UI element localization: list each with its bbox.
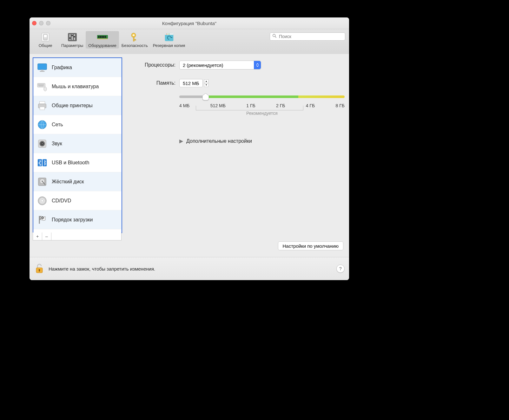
svg-rect-20 bbox=[134, 39, 136, 40]
add-device-button[interactable]: + bbox=[33, 233, 42, 240]
disc-icon bbox=[36, 195, 48, 207]
sliders-icon bbox=[67, 32, 78, 43]
tab-label: Оборудование bbox=[88, 43, 116, 48]
svg-rect-19 bbox=[133, 37, 134, 41]
memory-value[interactable]: 512 МБ bbox=[179, 79, 203, 87]
svg-rect-60 bbox=[41, 217, 42, 218]
sidebar-item-label: CD/DVD bbox=[52, 198, 71, 204]
svg-rect-39 bbox=[38, 85, 44, 85]
sidebar-item-label: Графика bbox=[52, 65, 72, 70]
svg-point-49 bbox=[42, 143, 43, 144]
keyboard-mouse-icon bbox=[36, 81, 48, 92]
svg-rect-2 bbox=[44, 35, 47, 37]
svg-rect-29 bbox=[41, 69, 43, 71]
svg-line-27 bbox=[275, 36, 276, 38]
sidebar-item-graphics[interactable]: Графика bbox=[33, 58, 122, 77]
printer-icon bbox=[36, 100, 48, 111]
search-input[interactable] bbox=[278, 34, 343, 39]
svg-rect-42 bbox=[40, 101, 45, 104]
svg-rect-12 bbox=[100, 36, 101, 38]
svg-rect-36 bbox=[42, 84, 42, 84]
svg-rect-11 bbox=[98, 36, 99, 38]
lock-message: Нажмите на замок, чтобы запретить измене… bbox=[49, 266, 155, 272]
footer-buttons: Настройки по умолчанию bbox=[278, 241, 344, 250]
svg-rect-15 bbox=[105, 36, 106, 38]
sidebar-item-printers[interactable]: Общие принтеры bbox=[33, 96, 122, 115]
cpu-label: Процессоры: bbox=[131, 62, 175, 68]
switch-icon bbox=[40, 32, 51, 43]
memory-step-up[interactable]: ▴ bbox=[204, 79, 208, 83]
svg-point-18 bbox=[133, 34, 135, 36]
titlebar: Конфигурация "Bubunta" bbox=[30, 17, 349, 29]
sidebar-item-boot-order[interactable]: Порядок загрузки bbox=[33, 210, 122, 229]
memory-label: Память: bbox=[131, 80, 175, 86]
svg-rect-7 bbox=[69, 37, 71, 39]
svg-rect-62 bbox=[40, 218, 41, 219]
hardware-sidebar: Графика Мышь и клавиатура Общие принтеры… bbox=[33, 57, 122, 233]
disclosure-triangle-icon: ▶ bbox=[179, 138, 183, 144]
cpu-popup[interactable]: 2 (рекомендуется) bbox=[179, 61, 261, 69]
sidebar-item-cddvd[interactable]: CD/DVD bbox=[33, 191, 122, 210]
sidebar-item-label: Мышь и клавиатура bbox=[52, 84, 99, 89]
recommended-label: Рекомендуется bbox=[179, 111, 345, 116]
tab-general[interactable]: Общие bbox=[32, 31, 59, 49]
monitor-icon bbox=[36, 62, 48, 73]
sidebar-item-mouse-keyboard[interactable]: Мышь и клавиатура bbox=[33, 77, 122, 96]
hdd-icon bbox=[36, 176, 48, 187]
search-field[interactable] bbox=[270, 32, 345, 41]
tab-security[interactable]: Безопасность bbox=[119, 31, 150, 49]
svg-rect-14 bbox=[103, 36, 104, 38]
lock-icon[interactable] bbox=[35, 263, 44, 274]
svg-point-56 bbox=[41, 200, 43, 202]
svg-point-41 bbox=[44, 87, 47, 91]
cpu-row: Процессоры: 2 (рекомендуется) bbox=[131, 61, 345, 69]
sidebar-item-label: Порядок загрузки bbox=[52, 217, 93, 223]
settings-panel: Процессоры: 2 (рекомендуется) Память: 51… bbox=[131, 61, 345, 257]
tab-label: Безопасность bbox=[122, 43, 148, 48]
speaker-icon bbox=[36, 138, 48, 149]
tab-backup[interactable]: Резервная копия bbox=[150, 31, 188, 49]
tab-hardware[interactable]: Оборудование bbox=[86, 31, 119, 49]
ram-icon bbox=[97, 32, 108, 43]
sidebar-item-label: Сеть bbox=[52, 122, 63, 128]
sidebar-item-usb-bluetooth[interactable]: USB и Bluetooth bbox=[33, 153, 122, 172]
popup-arrows-icon bbox=[254, 61, 261, 69]
usb-bluetooth-icon bbox=[36, 157, 48, 168]
svg-point-23 bbox=[166, 34, 167, 35]
sidebar-item-hdd[interactable]: Жёсткий диск bbox=[33, 172, 122, 191]
svg-rect-38 bbox=[43, 84, 44, 84]
content-body: Графика Мышь и клавиатура Общие принтеры… bbox=[30, 54, 349, 257]
lock-footer: Нажмите на замок, чтобы запретить измене… bbox=[30, 257, 349, 280]
svg-rect-28 bbox=[38, 63, 47, 69]
svg-rect-61 bbox=[43, 217, 44, 218]
sidebar-footer: + – bbox=[33, 233, 122, 240]
toolbar: Общие Параметры Оборудование Безопасност… bbox=[30, 29, 349, 54]
memory-spinner: 512 МБ ▴ ▾ bbox=[179, 79, 208, 87]
svg-rect-40 bbox=[39, 86, 43, 86]
advanced-disclosure[interactable]: ▶ Дополнительные настройки bbox=[179, 138, 252, 144]
advanced-label: Дополнительные настройки bbox=[186, 138, 252, 144]
remove-device-button[interactable]: – bbox=[42, 233, 51, 240]
sidebar-item-label: USB и Bluetooth bbox=[52, 160, 89, 166]
slider-thumb[interactable] bbox=[202, 93, 209, 102]
svg-rect-33 bbox=[39, 84, 40, 84]
svg-rect-9 bbox=[74, 36, 75, 37]
recommended-range: Рекомендуется bbox=[179, 106, 345, 116]
svg-rect-44 bbox=[40, 107, 44, 109]
sidebar-item-label: Жёсткий диск bbox=[52, 179, 84, 185]
tab-options[interactable]: Параметры bbox=[59, 31, 86, 49]
time-machine-icon bbox=[163, 32, 175, 43]
restore-defaults-button[interactable]: Настройки по умолчанию bbox=[278, 241, 344, 250]
svg-rect-58 bbox=[40, 216, 41, 217]
tab-label: Резервная копия bbox=[153, 43, 185, 48]
sidebar-item-network[interactable]: Сеть bbox=[33, 115, 122, 134]
sidebar-item-sound[interactable]: Звук bbox=[33, 134, 122, 153]
memory-step-down[interactable]: ▾ bbox=[204, 83, 208, 87]
cpu-value: 2 (рекомендуется) bbox=[183, 62, 223, 68]
svg-rect-63 bbox=[42, 218, 43, 219]
svg-rect-30 bbox=[40, 71, 44, 72]
help-button[interactable]: ? bbox=[336, 265, 345, 273]
svg-rect-16 bbox=[97, 39, 108, 39]
svg-rect-37 bbox=[43, 84, 43, 84]
svg-point-25 bbox=[169, 34, 169, 35]
